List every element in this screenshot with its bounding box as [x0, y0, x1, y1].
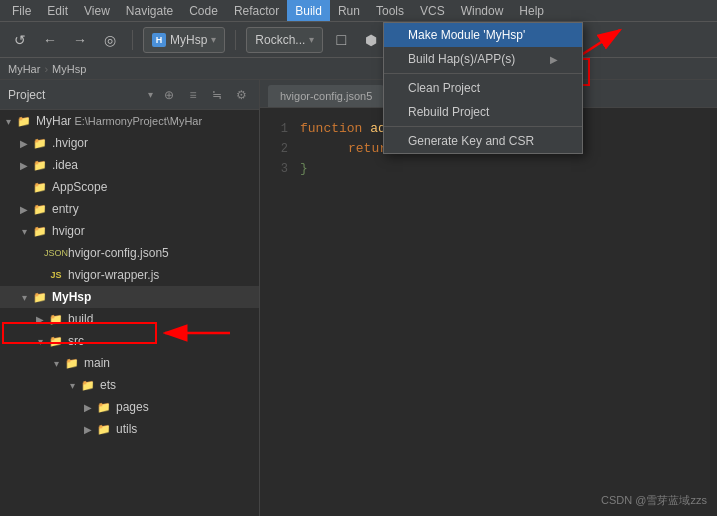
- tree-item-ets[interactable]: ▾ 📁 ets: [0, 374, 259, 396]
- folder-icon: 📁: [32, 223, 48, 239]
- project-selector[interactable]: H MyHsp ▾: [143, 27, 225, 53]
- menu-view[interactable]: View: [76, 0, 118, 21]
- folder-icon: 📁: [96, 421, 112, 437]
- toggle-icon[interactable]: ▶: [16, 135, 32, 151]
- tree-item-idea[interactable]: ▶ 📁 .idea: [0, 154, 259, 176]
- icon2-button[interactable]: □: [329, 28, 353, 52]
- rockchip-arrow-icon: ▾: [309, 34, 314, 45]
- tree-item-myhsp[interactable]: ▾ 📁 MyHsp: [0, 286, 259, 308]
- folder-icon: 📁: [32, 289, 48, 305]
- menu-build-hap[interactable]: Build Hap(s)/APP(s) ▶: [384, 47, 582, 71]
- toggle-icon[interactable]: ▶: [80, 399, 96, 415]
- menu-rebuild-project-label: Rebuild Project: [408, 105, 489, 119]
- menu-generate-key-label: Generate Key and CSR: [408, 134, 534, 148]
- menu-refactor[interactable]: Refactor: [226, 0, 287, 21]
- tree-label: build: [68, 312, 93, 326]
- menu-build[interactable]: Build: [287, 0, 330, 21]
- menu-rebuild-project[interactable]: Rebuild Project: [384, 100, 582, 124]
- folder-icon: 📁: [96, 399, 112, 415]
- menu-tools[interactable]: Tools: [368, 0, 412, 21]
- tree-item-hvigor-wrapper[interactable]: ▶ JS hvigor-wrapper.js: [0, 264, 259, 286]
- toggle-icon[interactable]: ▶: [16, 157, 32, 173]
- toggle-icon: ▶: [32, 267, 48, 283]
- tree-item-hvigor2[interactable]: ▾ 📁 hvigor: [0, 220, 259, 242]
- menu-clean-project-label: Clean Project: [408, 81, 480, 95]
- folder-icon: 📁: [32, 179, 48, 195]
- back-button[interactable]: ←: [38, 28, 62, 52]
- project-name: MyHsp: [170, 33, 207, 47]
- menu-make-module[interactable]: Make Module 'MyHsp': [384, 23, 582, 47]
- folder-icon: 📁: [48, 311, 64, 327]
- tree-label: AppScope: [52, 180, 107, 194]
- forward-button[interactable]: →: [68, 28, 92, 52]
- toggle-icon[interactable]: ▾: [64, 377, 80, 393]
- folder-icon: 📁: [48, 333, 64, 349]
- tree-item-entry[interactable]: ▶ 📁 entry: [0, 198, 259, 220]
- tree-item-hvigor1[interactable]: ▶ 📁 .hvigor: [0, 132, 259, 154]
- menu-clean-project[interactable]: Clean Project: [384, 76, 582, 100]
- tree-item-src[interactable]: ▾ 📁 src: [0, 330, 259, 352]
- icon3-button[interactable]: ⬢: [359, 28, 383, 52]
- menu-run[interactable]: Run: [330, 0, 368, 21]
- menu-generate-key[interactable]: Generate Key and CSR: [384, 129, 582, 153]
- menu-code[interactable]: Code: [181, 0, 226, 21]
- file-tree: ▾ 📁 MyHar E:\HarmonyProject\MyHar ▶ 📁 .h…: [0, 110, 259, 516]
- menu-window[interactable]: Window: [453, 0, 512, 21]
- code-line-3: 3 }: [260, 160, 717, 180]
- toggle-icon[interactable]: ▶: [32, 311, 48, 327]
- toggle-icon[interactable]: ▾: [16, 289, 32, 305]
- rockchip-text: Rockch...: [255, 33, 305, 47]
- toolbar: ↺ ← → ◎ H MyHsp ▾ Rockch... ▾ □ ⬢: [0, 22, 717, 58]
- sidebar-icons: ⊕ ≡ ≒ ⚙: [159, 85, 251, 105]
- tree-item-hvigor-config[interactable]: ▶ JSON hvigor-config.json5: [0, 242, 259, 264]
- menu-make-module-label: Make Module 'MyHsp': [408, 28, 525, 42]
- json-icon: JSON: [48, 245, 64, 261]
- line-number: 1: [260, 122, 300, 136]
- toggle-icon[interactable]: ▶: [16, 201, 32, 217]
- tree-item-utils[interactable]: ▶ 📁 utils: [0, 418, 259, 440]
- toggle-icon[interactable]: ▶: [80, 421, 96, 437]
- folder-icon: 📁: [32, 135, 48, 151]
- code-editor[interactable]: 1 function add ( a , b ) { 2 return a + …: [260, 108, 717, 516]
- tree-item-appscope[interactable]: ▶ 📁 AppScope: [0, 176, 259, 198]
- path-sep1: ›: [44, 63, 48, 75]
- tree-label: main: [84, 356, 110, 370]
- tree-label: hvigor-wrapper.js: [68, 268, 159, 282]
- tab-hvigor-config[interactable]: hvigor-config.json5: [268, 85, 384, 107]
- menu-edit[interactable]: Edit: [39, 0, 76, 21]
- rockchip-selector[interactable]: Rockch... ▾: [246, 27, 323, 53]
- tree-item-main[interactable]: ▾ 📁 main: [0, 352, 259, 374]
- menu-vcs[interactable]: VCS: [412, 0, 453, 21]
- tree-label: .idea: [52, 158, 78, 172]
- folder-icon: 📁: [32, 201, 48, 217]
- refresh-button[interactable]: ↺: [8, 28, 32, 52]
- toggle-icon[interactable]: ▾: [0, 113, 16, 129]
- toggle-icon[interactable]: ▾: [32, 333, 48, 349]
- menu-separator2: [384, 126, 582, 127]
- menu-help[interactable]: Help: [511, 0, 552, 21]
- sidebar-dropdown-icon: ▾: [148, 89, 153, 100]
- tree-item-build[interactable]: ▶ 📁 build: [0, 308, 259, 330]
- tree-label: entry: [52, 202, 79, 216]
- tree-item-myhar[interactable]: ▾ 📁 MyHar E:\HarmonyProject\MyHar: [0, 110, 259, 132]
- sidebar-filter-button[interactable]: ≒: [207, 85, 227, 105]
- tree-label: hvigor-config.json5: [68, 246, 169, 260]
- tree-item-pages[interactable]: ▶ 📁 pages: [0, 396, 259, 418]
- watermark: CSDN @雪芽蓝域zzs: [601, 493, 707, 508]
- menu-navigate[interactable]: Navigate: [118, 0, 181, 21]
- sidebar-settings-button[interactable]: ⚙: [231, 85, 251, 105]
- sidebar-list-button[interactable]: ≡: [183, 85, 203, 105]
- sidebar-header: Project ▾ ⊕ ≡ ≒ ⚙: [0, 80, 259, 110]
- tree-label: utils: [116, 422, 137, 436]
- folder-icon: 📁: [16, 113, 32, 129]
- toggle-icon[interactable]: ▾: [16, 223, 32, 239]
- menu-file[interactable]: File: [4, 0, 39, 21]
- path-myhar: MyHar: [8, 63, 40, 75]
- line-number: 3: [260, 162, 300, 176]
- toggle-icon[interactable]: ▾: [48, 355, 64, 371]
- code-brace: }: [300, 161, 308, 176]
- target-button[interactable]: ◎: [98, 28, 122, 52]
- project-icon: H: [152, 33, 166, 47]
- sidebar-add-button[interactable]: ⊕: [159, 85, 179, 105]
- folder-icon: 📁: [32, 157, 48, 173]
